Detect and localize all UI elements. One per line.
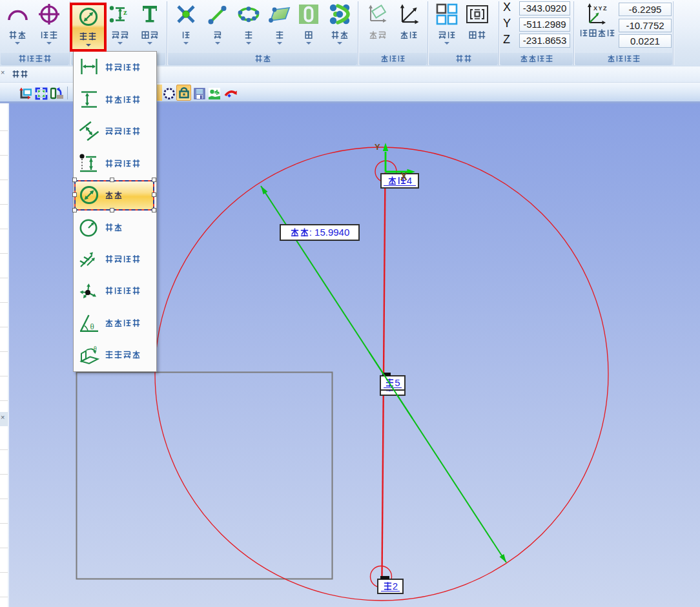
svg-text:θ: θ: [90, 322, 94, 331]
svg-text:z: z: [123, 7, 127, 17]
svg-text:XYZ: XYZ: [593, 5, 608, 12]
svg-text:θ: θ: [94, 345, 97, 352]
